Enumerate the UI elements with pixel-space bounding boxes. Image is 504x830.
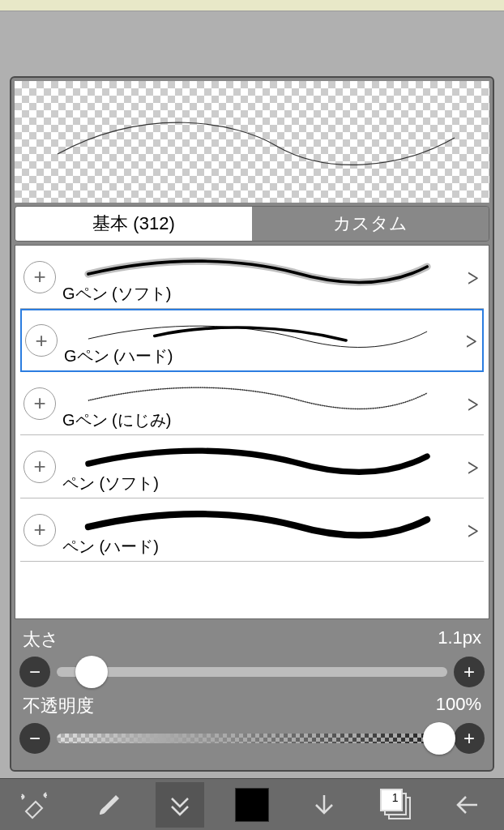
opacity-decrease-button[interactable]: − — [19, 723, 50, 754]
color-swatch-button[interactable] — [228, 782, 276, 828]
eraser-tool-button[interactable] — [11, 782, 60, 828]
layers-icon: 1 — [380, 789, 412, 821]
bottom-toolbar: 1 — [0, 778, 504, 830]
brush-settings-panel: 基本 (312) カスタム + Gペン (ソフト) ＞ + Gペン (ハード) … — [10, 76, 494, 772]
add-brush-button[interactable]: + — [25, 324, 58, 357]
brush-name-label: Gペン (ハード) — [64, 345, 173, 367]
size-value: 1.1px — [438, 627, 481, 652]
brush-stroke-sample: Gペン (ソフト) — [56, 246, 459, 308]
sliders-section: 太さ 1.1px − + 不透明度 100% − + — [11, 622, 493, 770]
brush-row[interactable]: + Gペン (ソフト) ＞ — [20, 246, 484, 309]
opacity-slider-thumb[interactable] — [423, 722, 455, 755]
brush-stroke-preview — [15, 81, 489, 203]
arrow-down-icon — [310, 790, 339, 819]
chevron-double-down-icon — [165, 790, 194, 819]
brush-stroke-sample: Gペン (にじみ) — [56, 372, 459, 434]
brush-stroke-sample: ペン (ハード) — [56, 498, 459, 561]
add-brush-button[interactable]: + — [23, 261, 56, 293]
browser-chrome-strip — [0, 0, 504, 11]
brush-name-label: Gペン (ソフト) — [62, 283, 171, 305]
opacity-slider-block: 不透明度 100% − + — [19, 694, 485, 754]
brush-name-label: ペン (ソフト) — [62, 473, 159, 494]
size-increase-button[interactable]: + — [454, 657, 485, 687]
current-color-swatch — [235, 788, 269, 822]
add-brush-button[interactable]: + — [23, 451, 56, 483]
size-decrease-button[interactable]: − — [19, 657, 50, 687]
brush-stroke-sample: Gペン (ハード) — [58, 310, 458, 370]
brush-category-tabs: 基本 (312) カスタム — [15, 206, 489, 242]
chevron-right-icon[interactable]: ＞ — [463, 385, 481, 422]
tab-basic[interactable]: 基本 (312) — [15, 207, 252, 241]
chevron-right-icon[interactable]: ＞ — [463, 259, 481, 296]
opacity-increase-button[interactable]: + — [454, 723, 485, 754]
add-brush-button[interactable]: + — [23, 514, 56, 546]
chevron-right-icon[interactable]: ＞ — [463, 511, 481, 549]
add-brush-button[interactable]: + — [23, 387, 56, 420]
brush-row[interactable]: + Gペン (ハード) ＞ — [20, 309, 484, 372]
brush-icon — [92, 789, 124, 821]
chevron-right-icon[interactable]: ＞ — [463, 448, 481, 486]
opacity-value: 100% — [436, 694, 481, 718]
size-label: 太さ — [23, 627, 59, 652]
preview-stroke-icon — [15, 81, 489, 203]
brush-name-label: Gペン (にじみ) — [62, 409, 171, 431]
opacity-label: 不透明度 — [23, 694, 94, 718]
size-slider-track[interactable] — [57, 667, 447, 677]
collapse-button[interactable] — [156, 782, 204, 828]
download-button[interactable] — [300, 782, 348, 828]
size-slider-block: 太さ 1.1px − + — [19, 627, 485, 687]
tab-custom[interactable]: カスタム — [252, 207, 489, 241]
brush-list[interactable]: + Gペン (ソフト) ＞ + Gペン (ハード) ＞ + Gペン (にじみ) … — [15, 245, 489, 619]
brush-row[interactable]: + Gペン (にじみ) ＞ — [20, 372, 484, 435]
layers-button[interactable]: 1 — [372, 782, 421, 828]
layers-count: 1 — [380, 789, 403, 811]
arrow-left-icon — [451, 789, 484, 821]
brush-row[interactable]: + ペン (ハード) ＞ — [20, 498, 484, 562]
brush-name-label: ペン (ハード) — [62, 536, 159, 558]
eraser-icon — [19, 789, 52, 821]
brush-row[interactable]: + ペン (ソフト) ＞ — [20, 435, 484, 498]
back-button[interactable] — [443, 782, 492, 828]
brush-stroke-sample: ペン (ソフト) — [56, 435, 459, 498]
chevron-right-icon[interactable]: ＞ — [462, 322, 479, 359]
brush-tool-button[interactable] — [83, 782, 132, 828]
size-slider-thumb[interactable] — [75, 656, 108, 688]
opacity-slider-track[interactable] — [57, 734, 447, 743]
